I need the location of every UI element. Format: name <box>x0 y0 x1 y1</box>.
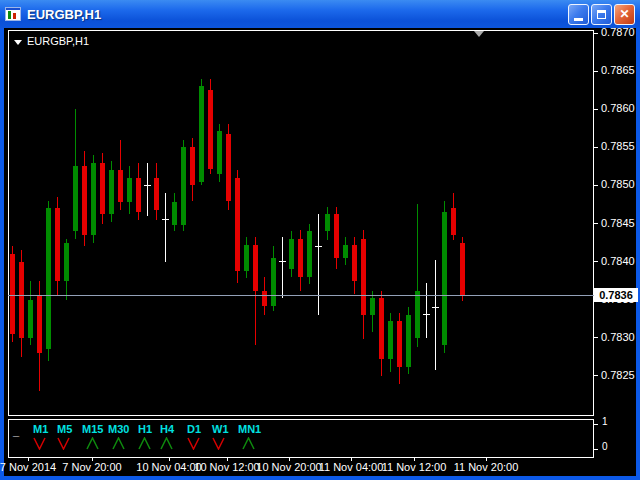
indicator-scale-top: 1 <box>602 416 608 427</box>
timeframe-label: H1 <box>138 423 152 435</box>
signal-up-icon <box>86 436 99 454</box>
price-axis-label: 0.7860 <box>601 102 640 114</box>
timeframe-label: D1 <box>187 423 201 435</box>
time-axis-label: 11 Nov 20:00 <box>454 461 519 473</box>
timeframe-label: M15 <box>82 423 103 435</box>
title-bar[interactable]: EURGBP,H1 ✕ <box>0 0 640 28</box>
maximize-icon <box>597 10 606 19</box>
indicator-scale-bottom: 0 <box>602 441 608 452</box>
close-button[interactable]: ✕ <box>614 4 635 25</box>
timeframe-label: MN1 <box>238 423 261 435</box>
close-icon: ✕ <box>619 8 629 20</box>
price-axis-label: 0.7830 <box>601 331 640 343</box>
time-axis-label: 11 Nov 04:00 <box>319 461 384 473</box>
timeframe-label: H4 <box>160 423 174 435</box>
indicator-minimize-dash: _ <box>13 425 19 437</box>
time-axis-label: 11 Nov 12:00 <box>382 461 447 473</box>
price-axis-label: 0.7845 <box>601 217 640 229</box>
symbol-label: EURGBP,H1 <box>14 35 89 47</box>
price-axis-label: 0.7825 <box>601 369 640 381</box>
chart-shift-icon <box>474 31 484 37</box>
time-axis-label: 7 Nov 2014 <box>0 461 56 473</box>
timeframe-label: M1 <box>33 423 48 435</box>
signal-up-icon <box>160 436 173 454</box>
price-axis-label: 0.7840 <box>601 255 640 267</box>
signal-up-icon <box>112 436 125 454</box>
timeframe-label: W1 <box>212 423 229 435</box>
price-axis-label: 0.7850 <box>601 178 640 190</box>
window-title: EURGBP,H1 <box>27 7 566 22</box>
price-axis-label: 0.7870 <box>601 26 640 38</box>
price-axis-label: 0.7855 <box>601 140 640 152</box>
maximize-button[interactable] <box>591 4 612 25</box>
timeframe-label: M30 <box>108 423 129 435</box>
minimize-button[interactable] <box>568 4 589 25</box>
indicator-pane[interactable]: _ M1M5M15M30H1H4D1W1MN1 <box>8 419 594 458</box>
time-axis-label: 7 Nov 20:00 <box>62 461 121 473</box>
price-axis-label: 0.7865 <box>601 64 640 76</box>
chart-client-area: _ M1M5M15M30H1H4D1W1MN1 EURGBP,H1 0.7870… <box>4 28 636 476</box>
timeframe-label: M5 <box>57 423 72 435</box>
time-axis-label: 10 Nov 12:00 <box>194 461 259 473</box>
main-chart-pane[interactable] <box>8 30 594 416</box>
signal-down-icon <box>33 436 46 454</box>
signal-down-icon <box>212 436 225 454</box>
symbol-marker-icon <box>14 40 22 45</box>
signal-down-icon <box>57 436 70 454</box>
time-axis-label: 10 Nov 20:00 <box>256 461 321 473</box>
current-price-tag: 0.7836 <box>594 288 638 302</box>
time-axis-label: 10 Nov 04:00 <box>136 461 201 473</box>
signal-up-icon <box>138 436 151 454</box>
chart-window-icon[interactable] <box>5 7 21 21</box>
signal-up-icon <box>242 436 255 454</box>
signal-down-icon <box>187 436 200 454</box>
minimize-icon <box>574 18 583 21</box>
chart-window: EURGBP,H1 ✕ _ M1M5M15M30H1H4D1W1MN1 EURG… <box>0 0 640 480</box>
